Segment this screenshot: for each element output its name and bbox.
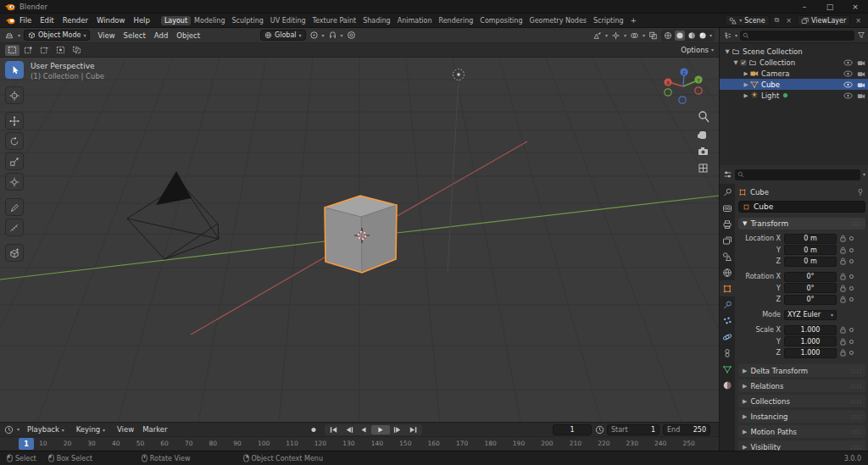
collapsed-panel[interactable]: ▶ Instancing :::: [738,410,865,423]
expander-icon[interactable]: ▶ [742,70,750,77]
menu-item[interactable]: Window [92,16,130,25]
tab-object-data[interactable] [720,361,735,377]
timeline-ruler[interactable]: 1020304050607080901001101201301401501601… [0,436,719,451]
tab-modifiers[interactable] [720,296,735,313]
workspace-tab[interactable]: Sculpting [228,16,266,25]
snap-magnet-icon[interactable] [328,30,337,40]
tool-scale[interactable] [5,152,24,170]
lock-icon[interactable] [840,246,846,254]
collapsed-panel[interactable]: ▶ Motion Paths :::: [738,425,865,438]
pin-icon[interactable] [857,188,864,197]
shading-solid-active[interactable] [675,30,685,41]
rotation-mode-dropdown[interactable]: XYZ Euler ▾ [784,310,837,320]
frame-start-field[interactable]: Start 1 [607,424,659,435]
value-field[interactable]: 0 m [784,257,837,267]
tab-view-layer[interactable] [720,232,735,248]
workspace-tab[interactable]: Geometry Nodes [526,16,590,25]
expander-icon[interactable]: ▼ [732,59,740,66]
shading-wireframe-icon[interactable] [664,31,672,40]
previous-keyframe-button[interactable] [342,425,356,435]
menu-item[interactable]: File [15,16,36,25]
viewport-3d[interactable]: Z Y X User Perspective [0,58,719,422]
tab-particles[interactable] [720,313,735,329]
expander-icon[interactable]: ▶ [742,92,750,99]
camera-object[interactable] [127,171,219,259]
tab-scene[interactable] [720,248,735,264]
tab-world[interactable] [720,264,735,280]
value-field[interactable]: 0° [784,272,837,282]
workspace-tab[interactable]: Shading [359,16,394,25]
outliner-row-cube-selected[interactable]: ▶ Cube [720,79,868,90]
filter-dropdown-icon[interactable]: ▾ [863,172,865,177]
collapsed-panel[interactable]: ▶ Delta Transform :::: [738,364,865,377]
animate-dot-icon[interactable] [849,236,854,241]
tab-material[interactable] [720,377,735,393]
hide-eye-icon[interactable] [843,81,853,88]
play-button[interactable] [371,425,390,435]
xray-toggle-icon[interactable] [648,31,658,40]
workspace-tab[interactable]: UV Editing [267,16,309,25]
zoom-icon[interactable] [699,112,709,122]
close-button[interactable]: × [843,0,868,14]
animate-dot-icon[interactable] [849,340,854,344]
toggle-view-icon[interactable] [699,164,707,172]
navigation-gizmo[interactable]: Z Y X [664,68,702,103]
maximize-button[interactable]: □ [817,0,843,14]
add-workspace-button[interactable]: + [627,16,641,25]
menu-item[interactable]: Render [58,16,92,25]
animate-dot-icon[interactable] [849,286,854,291]
animate-dot-icon[interactable] [849,259,854,263]
value-field[interactable]: 0° [784,295,837,305]
disable-render-camera-icon[interactable] [857,92,865,99]
tab-object[interactable] [720,280,735,296]
transform-orientation-dropdown[interactable]: Global ▾ [260,30,306,41]
viewport-menu-item[interactable]: Add [150,31,172,40]
properties-editor-icon[interactable] [723,170,732,179]
options-dropdown[interactable]: Options ▾ [681,46,714,54]
expander-icon[interactable]: ▶ [742,81,750,88]
panel-drag-dots[interactable]: :::: [851,398,862,405]
shading-material-icon[interactable] [687,31,696,40]
collapsed-panel[interactable]: ▶ Visibility :::: [738,440,865,451]
timeline-menu-item[interactable]: Marker [138,425,171,434]
lock-icon[interactable] [840,296,846,303]
minimize-button[interactable]: – [792,0,817,14]
workspace-tab[interactable]: Scripting [590,16,627,25]
value-field[interactable]: 0° [784,283,837,293]
object-name-field[interactable]: Cube [738,201,865,213]
tool-cursor[interactable] [5,86,24,104]
next-keyframe-button[interactable] [391,425,405,435]
value-field[interactable]: 0 m [784,245,837,255]
viewport-menu-item[interactable]: View [93,31,119,40]
shading-rendered-icon[interactable] [698,31,707,40]
outliner-row-scene-collection[interactable]: ▼ Scene Collection [720,46,868,57]
viewport-menu-item[interactable]: Object [172,31,204,40]
select-mode-invert-icon[interactable] [53,45,68,56]
scene-selector[interactable]: ▾ Scene [725,15,769,26]
value-field[interactable]: 0 m [784,234,837,244]
select-mode-new-icon[interactable] [5,45,19,56]
lock-icon[interactable] [840,235,846,242]
tool-select-box[interactable] [5,61,24,79]
tab-constraints[interactable] [720,345,735,361]
collection-checkbox[interactable] [740,59,747,66]
show-gizmo-icon[interactable] [611,31,620,40]
panel-drag-dots[interactable]: :::: [851,368,862,374]
tool-rotate[interactable] [5,132,24,150]
value-field[interactable]: 1.000 [784,336,837,346]
delete-scene-button[interactable]: × [784,17,793,25]
preview-range-icon[interactable] [595,425,604,435]
jump-to-end-button[interactable] [406,425,420,435]
keying-menu[interactable]: Keying ▾ [72,425,109,434]
select-mode-extend-icon[interactable] [21,45,36,56]
animate-dot-icon[interactable] [849,351,854,355]
lock-icon[interactable] [840,326,846,334]
new-scene-button[interactable]: ⧉ [773,16,782,25]
animate-dot-icon[interactable] [849,297,854,302]
timeline-editor-icon[interactable] [4,425,14,435]
workspace-tab[interactable]: Compositing [476,16,526,25]
transform-panel-header[interactable]: ▼ Transform :::: [738,218,865,230]
blender-menu-icon[interactable] [5,17,15,25]
expander-icon[interactable]: ▼ [723,48,732,55]
collapsed-panel[interactable]: ▶ Collections :::: [738,395,865,407]
